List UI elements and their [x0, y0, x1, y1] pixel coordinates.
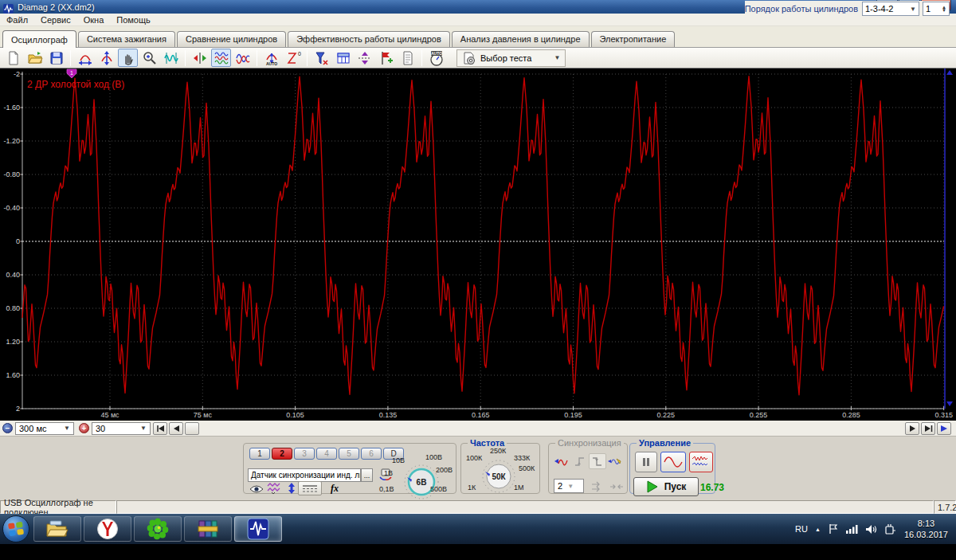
fit-horizontal-icon[interactable] — [75, 49, 95, 67]
taskbar-yandex-browser[interactable] — [84, 516, 131, 542]
sync-cursor-icon[interactable] — [606, 453, 624, 469]
firing-order-select[interactable]: 1-3-4-2▼ — [862, 2, 919, 16]
action-center-flag-icon[interactable] — [828, 523, 839, 535]
spinner-arrows-icon[interactable]: ▲▼ — [942, 6, 946, 12]
scale-updown-icon[interactable] — [284, 481, 300, 495]
sync-channel-select[interactable]: 2▼ — [554, 479, 584, 493]
oscilloscope-chart[interactable]: -2-1.60-1.20-0.80-0.4000.400.801.201.602… — [0, 69, 956, 421]
fknob-label: 250К — [490, 447, 506, 455]
vknob-label: 500В — [430, 485, 447, 493]
fit-vertical-icon[interactable] — [96, 49, 116, 67]
zoom-in-icon[interactable] — [139, 49, 159, 67]
taskbar-explorer[interactable] — [33, 516, 81, 542]
tab-Эффективность работы цилиндров[interactable]: Эффективность работы цилиндров — [288, 31, 450, 47]
tab-Электропитание[interactable]: Электропитание — [591, 31, 676, 47]
menu-Помощь[interactable]: Помощь — [110, 14, 157, 25]
falling-edge-icon[interactable] — [589, 453, 606, 469]
compress-time-icon[interactable] — [190, 49, 210, 67]
fknob-label: 1М — [514, 484, 524, 491]
cylinder-order-control: Порядок работы цилиндров 1-3-4-2▼ 1 ▲▼ — [745, 1, 950, 17]
visibility-eye-icon[interactable] — [249, 482, 264, 496]
step-back-button[interactable] — [169, 422, 183, 435]
start-button[interactable]: Пуск — [633, 477, 699, 496]
auto-setup-icon[interactable]: AUTO — [426, 49, 446, 67]
step-forward-button[interactable] — [905, 422, 919, 435]
svg-text:0.165: 0.165 — [472, 411, 490, 419]
go-first-button[interactable] — [153, 422, 167, 435]
svg-text:45 мс: 45 мс — [100, 411, 120, 419]
tab-Система зажигания[interactable]: Система зажигания — [78, 31, 175, 47]
pause-button[interactable] — [635, 452, 657, 472]
volume-icon[interactable] — [865, 524, 877, 535]
spacer-button[interactable] — [185, 422, 199, 435]
svg-text:1: 1 — [70, 70, 73, 76]
divider-icon[interactable] — [355, 49, 374, 67]
taskbar-clock[interactable]: 8:13 16.03.2017 — [904, 518, 948, 540]
auto-amplitude-icon[interactable]: AUTO — [261, 49, 281, 67]
control-panel: 123456D Датчик синхронизации инд. ли ...… — [0, 437, 956, 500]
taskbar-diamag[interactable] — [234, 516, 282, 542]
language-indicator[interactable]: RU — [795, 524, 808, 534]
channel-button-1[interactable]: 1 — [249, 448, 270, 460]
converge-arrows-icon[interactable] — [608, 479, 625, 495]
divisions-increase-button[interactable]: + — [79, 423, 89, 433]
channel-button-3[interactable]: 3 — [294, 448, 315, 460]
test-select-icon — [462, 51, 476, 65]
overlay-waves-icon[interactable] — [233, 49, 253, 67]
hidden-icons-arrow-icon[interactable]: ▲ — [815, 527, 821, 532]
sync-sine-icon[interactable] — [552, 453, 570, 469]
sweep-decrease-button[interactable]: − — [2, 423, 13, 433]
save-file-icon[interactable] — [46, 49, 66, 67]
waveform-style-icon[interactable] — [266, 481, 282, 495]
zero-level-icon[interactable]: 0 — [283, 49, 303, 67]
delay-arrows-icon[interactable] — [589, 479, 606, 495]
open-file-icon[interactable] — [25, 49, 45, 67]
sweep-select[interactable]: 300 мс▼ — [15, 422, 74, 435]
filter-icon[interactable] — [311, 49, 331, 67]
svg-text:0.40: 0.40 — [6, 271, 20, 279]
channel-button-6[interactable]: 6 — [361, 448, 382, 460]
wave-markers-icon[interactable] — [161, 49, 181, 67]
chevron-down-icon: ▼ — [910, 6, 916, 13]
pan-hand-icon[interactable] — [118, 49, 138, 67]
svg-text:-0.40: -0.40 — [3, 204, 20, 212]
channel-button-5[interactable]: 5 — [339, 448, 359, 460]
control-title: Управление — [637, 438, 693, 448]
tab-Осциллограф[interactable]: Осциллограф — [2, 30, 76, 48]
start-button-orb[interactable] — [2, 515, 29, 542]
channel-button-2[interactable]: 2 — [272, 448, 292, 460]
usb-device-icon[interactable] — [884, 523, 895, 535]
play-button[interactable] — [937, 422, 951, 435]
new-file-icon[interactable] — [3, 49, 23, 67]
network-signal-icon[interactable] — [846, 524, 858, 534]
show-all-waves-icon[interactable] — [211, 49, 231, 67]
taskbar-icq[interactable] — [134, 516, 182, 542]
cylinder-number-spinner[interactable]: 1 ▲▼ — [923, 2, 950, 16]
sensor-more-button[interactable]: ... — [361, 468, 373, 482]
divisions-select[interactable]: 30▼ — [92, 422, 151, 435]
frequency-group: Частота 50К 250К 100К 333К 500К 1К 1М — [460, 443, 540, 494]
single-wave-button[interactable] — [660, 452, 686, 472]
svg-text:0.195: 0.195 — [564, 411, 582, 419]
toolbar: AUTO 0 AUTO Выбор теста ▼ — [0, 47, 956, 69]
data-table-icon[interactable] — [333, 49, 353, 67]
formula-fx-button[interactable]: fx — [327, 481, 343, 495]
sensor-select[interactable]: Датчик синхронизации инд. ли — [248, 468, 361, 482]
svg-text:-1.60: -1.60 — [3, 104, 20, 112]
add-marker-flag-icon[interactable] — [376, 49, 396, 67]
report-icon[interactable] — [398, 49, 417, 67]
multi-wave-button[interactable] — [689, 452, 713, 472]
test-select-combo[interactable]: Выбор теста ▼ — [456, 49, 566, 67]
go-last-button[interactable] — [921, 422, 935, 435]
menu-Окна[interactable]: Окна — [77, 14, 111, 25]
channel-button-4[interactable]: 4 — [316, 448, 337, 460]
taskbar-winrar[interactable] — [184, 516, 232, 542]
menu-Сервис[interactable]: Сервис — [34, 14, 77, 25]
chevron-down-icon: ▼ — [554, 54, 560, 61]
grid-lines-icon[interactable] — [298, 481, 322, 495]
menu-Файл[interactable]: Файл — [0, 14, 34, 25]
svg-text:0.255: 0.255 — [750, 411, 768, 419]
rising-edge-icon[interactable] — [571, 453, 589, 469]
tab-Сравнение цилиндров[interactable]: Сравнение цилиндров — [177, 31, 286, 47]
tab-Анализ давления в цилиндре[interactable]: Анализ давления в цилиндре — [452, 31, 590, 47]
